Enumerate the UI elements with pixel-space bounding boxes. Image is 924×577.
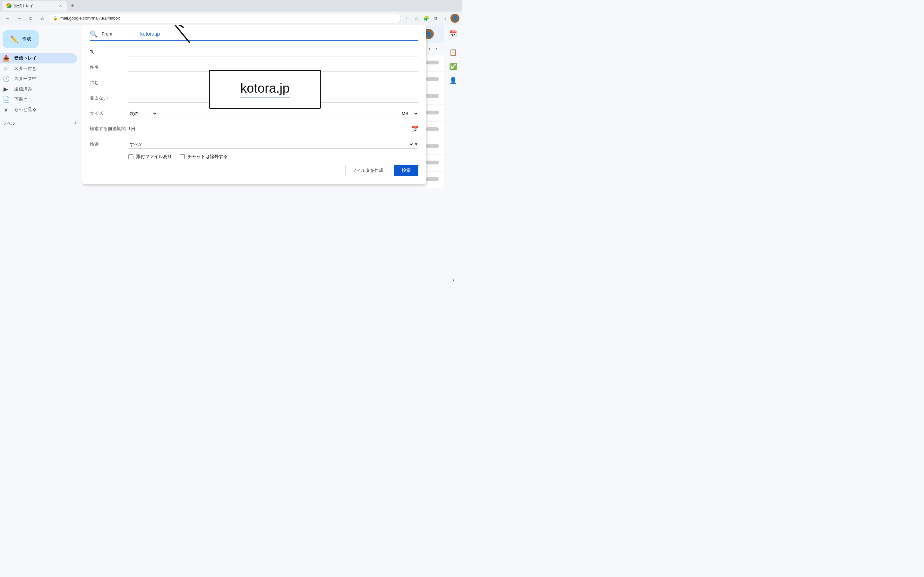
size-row: サイズ 次の より大きい より小さい MB KB Bytes <box>90 108 418 119</box>
compose-button[interactable]: ✏️ 作成 <box>3 30 39 48</box>
inbox-icon: 📥 <box>3 55 9 62</box>
sidebar-item-starred[interactable]: ☆ スター付き <box>0 63 77 74</box>
sidebar-item-drafts[interactable]: 📄 下書き <box>0 94 77 105</box>
sidebar-item-snoozed[interactable]: 🕐 スヌーズ中 <box>0 74 77 84</box>
right-sidebar-calendar-icon[interactable]: 📅 <box>447 27 460 40</box>
create-filter-button[interactable]: フィルタを作成 <box>345 165 390 176</box>
size-condition-select[interactable]: 次の より大きい より小さい <box>128 109 157 118</box>
starred-label: スター付き <box>14 66 72 71</box>
chrome-menu-icon[interactable]: ⋮ <box>441 14 450 23</box>
drafts-label: 下書き <box>14 97 72 102</box>
search-dialog-overlay: 🔍 From To 件名 <box>82 25 444 288</box>
search-in-select[interactable]: すべて 受信トレイ 送信済み <box>128 140 414 148</box>
no-words-label: 含まない <box>90 95 128 101</box>
sidebar-compose: ✏️ 作成 <box>3 30 77 48</box>
right-sidebar-expand-icon[interactable]: › <box>447 273 460 286</box>
sidebar-item-sent[interactable]: ▶ 送信済み <box>0 84 77 94</box>
right-sidebar-keep-icon[interactable]: ✅ <box>447 60 460 73</box>
subject-label: 件名 <box>90 64 128 70</box>
search-in-label: 検索 <box>90 141 128 147</box>
tooltip-arrow-svg <box>164 25 202 43</box>
dialog-search-icon: 🔍 <box>90 30 98 38</box>
lock-icon: 🔒 <box>53 16 58 21</box>
sidebar-item-more[interactable]: ∨ もっと見る <box>0 105 77 115</box>
checkbox-row: 添付ファイルあり チャットは除外する <box>128 154 418 160</box>
tooltip-box: kotora.jp <box>209 70 321 109</box>
back-button[interactable]: ← <box>3 13 13 23</box>
search-dialog-top: 🔍 From <box>90 30 418 41</box>
chrome-toolbar-right: ↑ ☆ 🧩 ⧉ ⋮ 👤 <box>402 14 459 23</box>
date-range-row: 検索する前後期間 📅 <box>90 123 418 135</box>
calendar-icon[interactable]: 📅 <box>411 125 418 132</box>
chrome-titlebar: 受信トレイ ✕ + <box>0 0 462 11</box>
date-range-label: 検索する前後期間 <box>90 126 128 132</box>
sent-icon: ▶ <box>3 85 9 93</box>
chrome-tab[interactable]: 受信トレイ ✕ <box>3 1 67 11</box>
chrome-profile-button[interactable]: 👤 <box>451 14 459 23</box>
right-sidebar-contacts-icon[interactable]: 👤 <box>447 74 460 87</box>
share-icon[interactable]: ↑ <box>402 14 411 23</box>
main-area: 🔍 メールを検索 ? ⚙ ⋮ 👤 1–50 / 行 ‹ › <box>82 25 444 288</box>
right-sidebar-tasks-icon[interactable]: 📋 <box>447 46 460 59</box>
size-unit-select[interactable]: MB KB Bytes <box>401 109 418 118</box>
attachment-label: 添付ファイルあり <box>136 154 172 160</box>
to-input[interactable] <box>128 47 418 56</box>
split-view-icon[interactable]: ⧉ <box>431 14 440 23</box>
labels-title: ラベル <box>3 121 15 126</box>
sidebar: ✏️ 作成 📥 受信トレイ ☆ スター付き 🕐 スヌーズ中 <box>0 25 82 288</box>
drafts-icon: 📄 <box>3 96 9 103</box>
starred-icon: ☆ <box>3 65 9 72</box>
sent-label: 送信済み <box>14 86 72 92</box>
tooltip-text: kotora.jp <box>240 81 289 97</box>
size-value-input[interactable] <box>160 109 398 118</box>
to-label: To <box>90 49 128 55</box>
more-label: もっと見る <box>14 107 72 113</box>
to-row: To <box>90 46 418 58</box>
compose-label: 作成 <box>22 36 31 42</box>
bookmark-icon[interactable]: ☆ <box>412 14 421 23</box>
more-icon: ∨ <box>3 106 9 113</box>
search-button[interactable]: 検索 <box>394 165 418 176</box>
snoozed-label: スヌーズ中 <box>14 76 72 82</box>
no-chat-label: チャットは除外する <box>187 154 228 160</box>
app-content: ✏️ 作成 📥 受信トレイ ☆ スター付き 🕐 スヌーズ中 <box>0 25 462 288</box>
dialog-actions: フィルタを作成 検索 <box>90 165 418 176</box>
address-bar[interactable]: 🔒 mail.google.com/mail/u/1/#inbox <box>49 13 401 23</box>
size-label: サイズ <box>90 111 128 116</box>
chrome-toolbar: ← → ↻ ⌂ 🔒 mail.google.com/mail/u/1/#inbo… <box>0 11 462 25</box>
address-text: mail.google.com/mail/u/1/#inbox <box>60 16 120 21</box>
new-tab-button[interactable]: + <box>68 1 77 10</box>
add-label-button[interactable]: + <box>73 120 77 127</box>
no-chat-checkbox[interactable] <box>180 154 185 159</box>
from-label: From <box>102 31 140 37</box>
inbox-label: 受信トレイ <box>14 55 60 61</box>
sidebar-item-inbox[interactable]: 📥 受信トレイ <box>0 53 77 63</box>
reload-button[interactable]: ↻ <box>26 13 36 23</box>
tab-title: 受信トレイ <box>14 3 33 9</box>
sidebar-nav: 📥 受信トレイ ☆ スター付き 🕐 スヌーズ中 ▶ 送信済み 📄 <box>0 53 82 115</box>
date-input[interactable] <box>128 125 411 133</box>
gmail-favicon <box>6 3 11 8</box>
tab-close-button[interactable]: ✕ <box>58 3 63 8</box>
dropdown-chevron-icon: ▼ <box>414 142 418 147</box>
snoozed-icon: 🕐 <box>3 75 9 82</box>
attachment-checkbox-item[interactable]: 添付ファイルあり <box>128 154 172 160</box>
has-words-label: 含む <box>90 80 128 85</box>
home-button[interactable]: ⌂ <box>37 13 47 23</box>
compose-icon: ✏️ <box>10 35 18 43</box>
no-chat-checkbox-item[interactable]: チャットは除外する <box>180 154 228 160</box>
extensions-icon[interactable]: 🧩 <box>422 14 431 23</box>
attachment-checkbox[interactable] <box>128 154 134 159</box>
date-input-wrapper: 📅 <box>128 125 418 133</box>
forward-button[interactable]: → <box>14 13 24 23</box>
search-in-row: 検索 すべて 受信トレイ 送信済み ▼ <box>90 139 418 150</box>
right-sidebar: 📅 📋 ✅ 👤 › <box>444 25 462 288</box>
labels-section: ラベル + <box>0 115 82 129</box>
